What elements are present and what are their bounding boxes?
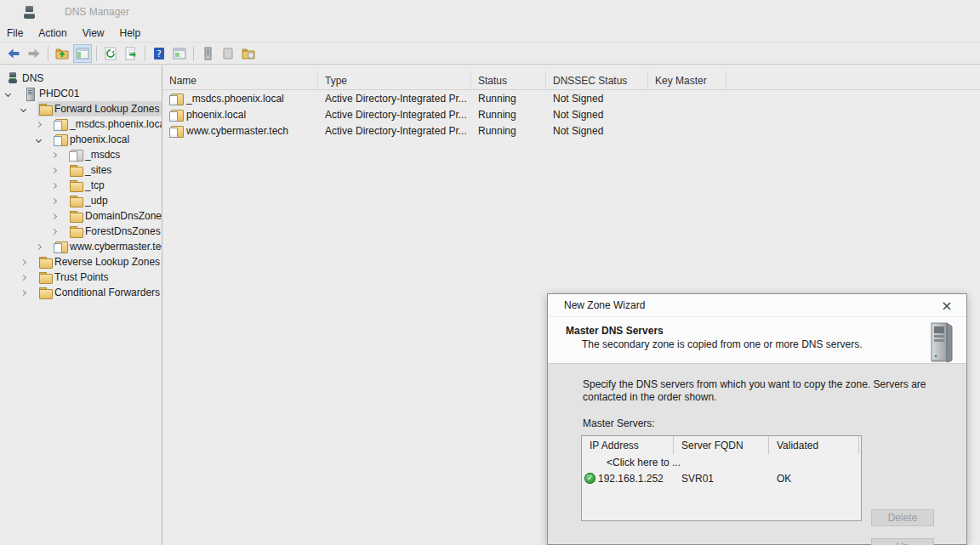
chevron-collapsed-icon[interactable] [51,182,57,188]
menu-file[interactable]: File [0,24,31,42]
chevron-collapsed-icon[interactable] [36,243,42,249]
tree-item-forward-lookup-zones[interactable]: Forward Lookup Zones [0,101,162,116]
server-tower-icon [925,321,959,366]
table-row[interactable]: www.cybermaster.techActive Directory-Int… [162,122,980,139]
table-row[interactable]: phoenix.localActive Directory-Integrated… [162,106,980,122]
chevron-expanded-icon[interactable] [5,90,11,96]
tree-item-conditional-forwarders[interactable]: Conditional Forwarders [0,285,162,300]
tree-item-phdc01[interactable]: PHDC01 [0,86,162,101]
up-one-level-icon[interactable] [53,44,71,63]
column-header-status[interactable]: Status [471,71,546,89]
tree-item-udp[interactable]: _udp [0,193,162,208]
column-header-key-master[interactable]: Key Master [648,71,726,89]
dialog-step-subtitle: The secondary zone is copied from one or… [582,338,862,350]
add-server-placeholder[interactable]: <Click here to ... [582,457,681,468]
column-header-name[interactable]: Name [162,71,318,89]
chevron-collapsed-icon[interactable] [20,274,26,280]
zone-dnssec-cell: Not Signed [546,109,648,121]
menu-bar: FileActionViewHelp [0,24,980,43]
tree-item-reverse-lookup-zones[interactable]: Reverse Lookup Zones [0,254,162,270]
title-bar: DNS Manager [0,0,980,24]
zone-type-cell: Active Directory-Integrated Pr... [318,125,471,137]
zone-status-cell: Running [471,125,546,137]
filter-folder-icon[interactable] [239,44,258,63]
zone-status-cell: Running [471,109,546,121]
tree-item-label: _tcp [85,179,105,191]
chevron-expanded-icon[interactable] [20,105,26,111]
zone-type-cell: Active Directory-Integrated Pr... [318,109,471,121]
chevron-collapsed-icon[interactable] [51,167,57,173]
tree-item-domaindnszones[interactable]: DomainDnsZones [0,208,162,224]
tree-item-label: Reverse Lookup Zones [54,256,160,268]
folder-icon [69,224,83,238]
tree-item-label: ForestDnsZones [85,225,161,237]
tree-item-msdcs[interactable]: _msdcs [0,147,162,162]
chevron-collapsed-icon[interactable] [51,228,57,234]
zone-icon [54,240,67,253]
tree-item-sites[interactable]: _sites [0,162,162,178]
folder-icon [69,163,83,177]
delete-button[interactable]: Delete [871,509,934,526]
refresh-icon[interactable] [101,44,120,63]
zone-name-cell: _msdcs.phoenix.local [162,92,318,105]
svg-text:?: ? [157,48,162,60]
chevron-collapsed-icon[interactable] [51,197,57,203]
chevron-collapsed-icon[interactable] [36,121,42,127]
tree-item-phoenix-local[interactable]: phoenix.local [0,132,162,147]
toolbar-separator [48,46,48,61]
dialog-title: New Zone Wizard [564,299,645,311]
zone-type-cell: Active Directory-Integrated Pr... [318,93,471,105]
forward-icon[interactable] [25,44,43,63]
pause-icon[interactable] [219,44,237,63]
dns-manager-app-icon [22,5,37,20]
zone-dnssec-cell: Not Signed [546,125,648,137]
properties-icon[interactable] [170,44,189,63]
folder-icon [38,270,52,284]
tree-item-msdcs-phoenix-local[interactable]: _msdcs.phoenix.local [0,116,162,132]
tree-item-label: _sites [85,164,111,176]
tree-item-label: PHDC01 [39,88,79,99]
chevron-expanded-icon[interactable] [36,136,42,142]
column-header-ip-address[interactable]: IP Address [582,436,674,454]
server-fqdn-cell: SVR01 [674,473,769,485]
menu-action[interactable]: Action [31,24,74,42]
zone-icon [54,117,67,131]
tree-item-dns[interactable]: DNS [0,71,162,86]
zone-icon [169,92,183,105]
table-row[interactable]: _msdcs.phoenix.localActive Directory-Int… [162,90,980,106]
close-icon[interactable]: × [939,298,954,313]
chevron-collapsed-icon[interactable] [51,151,57,157]
tree-item-tcp[interactable]: _tcp [0,178,162,193]
column-header-validated[interactable]: Validated [769,436,859,454]
server-icon[interactable] [198,44,217,63]
zone-status-cell: Running [471,93,546,105]
zone-dnssec-cell: Not Signed [546,93,648,105]
export-list-icon[interactable] [122,44,140,63]
dialog-title-bar: New Zone Wizard × [548,294,966,317]
tree-item-www-cybermaster-tech[interactable]: www.cybermaster.tech [0,239,162,254]
column-header-type[interactable]: Type [318,71,471,89]
menu-view[interactable]: View [75,24,112,42]
master-servers-table-body: <Click here to ...192.168.1.252SVR01OK [582,454,861,486]
tree-item-label: _udp [85,195,108,207]
chevron-collapsed-icon[interactable] [20,258,26,264]
back-icon[interactable] [4,44,23,63]
help-icon[interactable]: ? [150,44,168,63]
tree-item-label: _msdcs.phoenix.local [70,118,162,130]
master-server-row[interactable]: 192.168.1.252SVR01OK [582,470,861,486]
console-tree: DNSPHDC01Forward Lookup Zones_msdcs.phoe… [0,65,162,545]
add-server-row[interactable]: <Click here to ... [582,454,861,470]
new-zone-wizard-dialog: New Zone Wizard × Master DNS Servers The… [547,293,967,545]
chevron-collapsed-icon[interactable] [51,213,57,219]
column-header-dnssec-status[interactable]: DNSSEC Status [546,71,648,89]
show-console-tree-icon[interactable] [73,44,92,63]
tree-item-forestdnszones[interactable]: ForestDnsZones [0,224,162,239]
validated-check-icon [584,473,595,484]
up-button[interactable]: Up [871,538,934,545]
column-header-server-fqdn[interactable]: Server FQDN [674,436,769,454]
chevron-collapsed-icon[interactable] [20,289,26,295]
tree-item-trust-points[interactable]: Trust Points [0,270,162,285]
window-title: DNS Manager [65,6,129,18]
menu-help[interactable]: Help [112,24,149,42]
master-servers-table[interactable]: IP AddressServer FQDNValidated <Click he… [581,435,862,521]
